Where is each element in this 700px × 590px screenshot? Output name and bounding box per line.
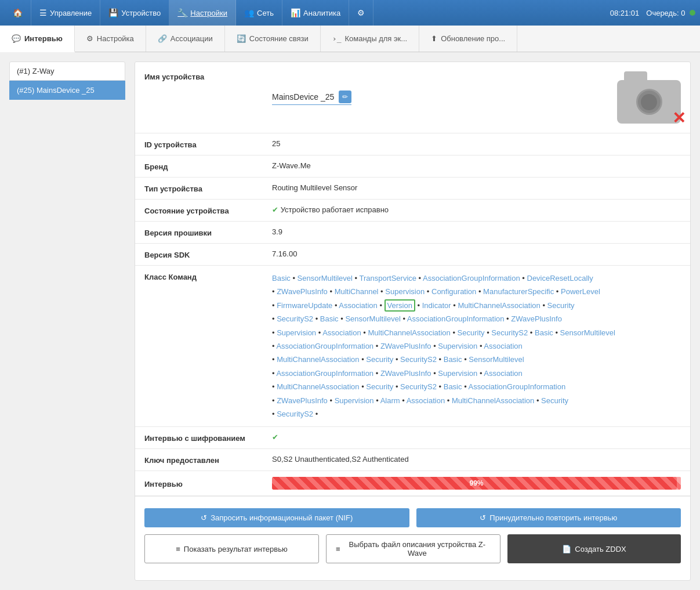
edit-name-button[interactable]: ✏ (339, 91, 351, 103)
cmd-SensorMultilevel-1[interactable]: SensorMultilevel (298, 274, 353, 283)
cmd-Supervision-3[interactable]: Supervision (438, 342, 477, 350)
cmd-ManufacturerSpecific[interactable]: ManufacturerSpecific (483, 287, 554, 296)
cmd-ZWavePlusInfo-4[interactable]: ZWavePlusInfo (380, 369, 431, 378)
device-status-value: ✔ Устройство работает исправно (272, 205, 681, 214)
device-interview-label: Интервью (144, 479, 272, 488)
device-cmdclass-value: Basic • SensorMultilevel • TransportServ… (272, 272, 681, 421)
list-icon-2: ≡ (336, 545, 340, 553)
cmd-ZWavePlusInfo-5[interactable]: ZWavePlusInfo (277, 396, 328, 405)
cmd-ZWavePlusInfo-3[interactable]: ZWavePlusInfo (380, 342, 431, 350)
device-sidebar: (#1) Z-Way (#25) MainsDevice _25 (9, 61, 125, 581)
network-icon: 👥 (244, 8, 254, 17)
camera-body (617, 80, 681, 124)
cmd-AssocGroupInfo-1[interactable]: AssociationGroupInformation (423, 274, 520, 283)
cmd-MultiChannel-1[interactable]: MultiChannel (335, 287, 379, 296)
cmd-SecurityS2-2[interactable]: SecurityS2 (491, 328, 528, 337)
tab-commands[interactable]: ›_ Команды для эк... (321, 26, 419, 52)
cmd-Association-1[interactable]: Association (339, 301, 377, 310)
device-encryption-label: Интервью с шифрованием (144, 433, 272, 443)
cmd-SecurityS2-4[interactable]: SecurityS2 (400, 382, 437, 391)
cmd-Association-3[interactable]: Association (484, 342, 522, 350)
device-brand-label: Бренд (144, 161, 272, 171)
cmd-Security-2[interactable]: Security (458, 328, 485, 337)
commands-tab-icon: ›_ (332, 34, 342, 43)
cmd-Basic-2[interactable]: Basic (320, 314, 339, 323)
cmd-MultiChannelAssoc-4[interactable]: MultiChannelAssociation (277, 382, 359, 391)
sidebar-item-mainsdevice[interactable]: (#25) MainsDevice _25 (9, 81, 125, 100)
cmd-ZWavePlusInfo-2[interactable]: ZWavePlusInfo (511, 314, 562, 323)
sidebar-item-zway[interactable]: (#1) Z-Way (9, 61, 125, 81)
cmd-AssocGroupInfo-5[interactable]: AssociationGroupInformation (469, 382, 566, 391)
device-status-label: Состояние устройства (144, 205, 272, 215)
camera-lens-inner (641, 94, 657, 110)
cmd-MultiChannelAssoc-1[interactable]: MultiChannelAssociation (458, 301, 540, 310)
nav-network[interactable]: 👥 Сеть (236, 0, 282, 26)
cmd-Alarm[interactable]: Alarm (380, 396, 400, 405)
device-type-row: Тип устройства Routing Multilevel Sensor (135, 178, 690, 200)
cmd-SensorMultilevel-3[interactable]: SensorMultilevel (560, 328, 615, 337)
interview-progress-bar: 99% (272, 477, 681, 490)
tab-settings[interactable]: ⚙ Настройка (75, 26, 146, 52)
nav-management[interactable]: ☰ Управление (31, 0, 100, 26)
request-nif-button[interactable]: ↺ Запросить информационный пакет (NIF) (144, 508, 409, 527)
cmd-SensorMultilevel-4[interactable]: SensorMultilevel (469, 355, 524, 364)
cmd-Configuration[interactable]: Configuration (431, 287, 476, 296)
select-file-button[interactable]: ≡ Выбрать файл описания устройства Z-Wav… (326, 534, 500, 563)
cmd-TransportService[interactable]: TransportService (360, 274, 417, 283)
update-tab-icon: ⬆ (431, 34, 437, 43)
cmd-Association-4[interactable]: Association (484, 369, 522, 378)
cmd-Basic-3[interactable]: Basic (535, 328, 553, 337)
cmd-Supervision-1[interactable]: Supervision (385, 287, 425, 296)
tab-associations[interactable]: 🔗 Ассоциации (146, 26, 225, 52)
cmd-SecurityS2-5[interactable]: SecurityS2 (277, 410, 313, 418)
nav-device[interactable]: 💾 Устройство (100, 0, 169, 26)
tab-connection[interactable]: 🔄 Состояние связи (225, 26, 321, 52)
cmd-AssocGroupInfo-4[interactable]: AssociationGroupInformation (276, 369, 373, 378)
connection-tab-icon: 🔄 (237, 34, 246, 43)
cmd-MultiChannelAssoc-3[interactable]: MultiChannelAssociation (277, 355, 359, 364)
cmd-ZWavePlusInfo-1[interactable]: ZWavePlusInfo (277, 287, 328, 296)
cmd-DeviceResetLocally[interactable]: DeviceResetLocally (527, 274, 593, 283)
list-icon-1: ≡ (176, 545, 180, 553)
device-firmware-label: Версия прошивки (144, 227, 272, 237)
cmd-SecurityS2-3[interactable]: SecurityS2 (400, 355, 437, 364)
action-buttons: ↺ Запросить информационный пакет (NIF) ↺… (135, 496, 690, 575)
tab-update[interactable]: ⬆ Обновление про... (419, 26, 517, 52)
cmd-Security-4[interactable]: Security (366, 382, 393, 391)
device-name-row: Имя устройства MainsDevice _25 ✏ ✕ (135, 62, 690, 133)
device-encryption-row: Интервью с шифрованием ✔ (135, 427, 690, 449)
cmd-Supervision-5[interactable]: Supervision (335, 396, 374, 405)
cmd-MultiChannelAssoc-5[interactable]: MultiChannelAssociation (452, 396, 534, 405)
cmd-Security-1[interactable]: Security (547, 301, 575, 310)
cmd-Basic-4[interactable]: Basic (444, 355, 462, 364)
cmd-AssocGroupInfo-2[interactable]: AssociationGroupInformation (407, 314, 505, 323)
cmd-FirmwareUpdate[interactable]: FirmwareUpdate (277, 301, 332, 310)
nav-analytics[interactable]: 📊 Аналитика (282, 0, 349, 26)
device-key-row: Ключ предоставлен S0,S2 Unauthenticated,… (135, 449, 690, 471)
nav-gear[interactable]: ⚙ (349, 0, 373, 26)
cmd-Supervision-4[interactable]: Supervision (438, 369, 477, 378)
nav-settings[interactable]: 🔧 Настройки (169, 0, 236, 26)
cmd-Basic-5[interactable]: Basic (444, 382, 462, 391)
cmd-Basic-1[interactable]: Basic (272, 274, 291, 283)
cmd-AssocGroupInfo-3[interactable]: AssociationGroupInformation (276, 342, 373, 350)
show-result-button[interactable]: ≡ Показать результат интервью (144, 534, 319, 563)
tab-interview[interactable]: 💬 Интервью (0, 26, 75, 52)
cmd-MultiChannelAssoc-2[interactable]: MultiChannelAssociation (368, 328, 450, 337)
create-zddx-button[interactable]: 📄 Создать ZDDX (507, 534, 681, 563)
refresh-icon-1: ↺ (201, 513, 207, 522)
cmd-Supervision-2[interactable]: Supervision (277, 328, 316, 337)
device-image: ✕ (617, 71, 681, 124)
cmd-SecurityS2-1[interactable]: SecurityS2 (277, 314, 313, 323)
cmd-Association-5[interactable]: Association (407, 396, 445, 405)
cmd-PowerLevel[interactable]: PowerLevel (561, 287, 600, 296)
cmd-Security-5[interactable]: Security (541, 396, 568, 405)
cmd-Association-2[interactable]: Association (322, 328, 361, 337)
cmd-Version[interactable]: Version (385, 299, 415, 312)
nav-home[interactable]: 🏠 (5, 0, 31, 26)
cmd-SensorMultilevel-2[interactable]: SensorMultilevel (345, 314, 400, 323)
cmd-Security-3[interactable]: Security (366, 355, 393, 364)
home-icon: 🏠 (13, 8, 23, 17)
force-interview-button[interactable]: ↺ Принудительно повторить интервью (416, 508, 681, 527)
cmd-Indicator[interactable]: Indicator (422, 301, 451, 310)
